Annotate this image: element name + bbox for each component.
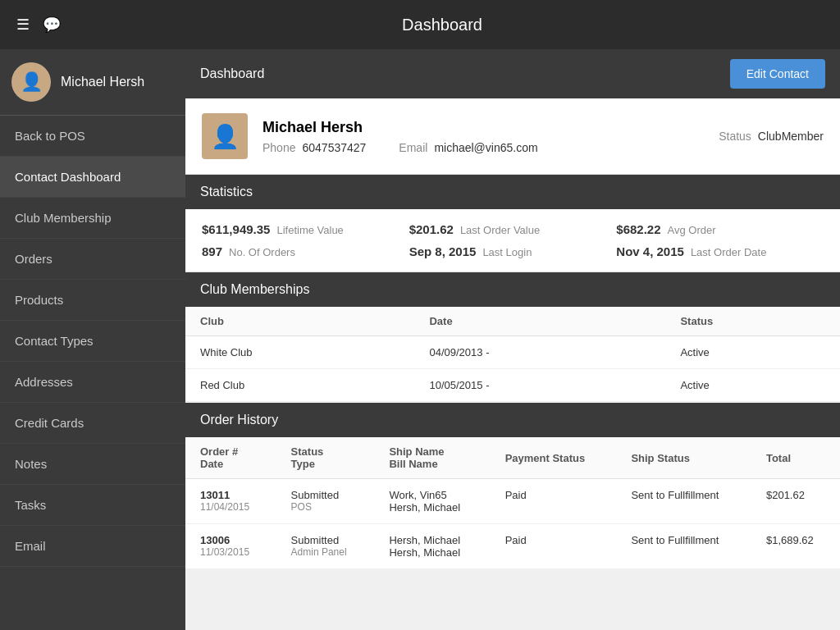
membership-row: White Club 04/09/2013 - Active <box>185 336 840 369</box>
dashboard-header: Dashboard Edit Contact <box>185 49 840 98</box>
membership-club: White Club <box>185 336 414 369</box>
sidebar-item-email[interactable]: Email <box>0 526 185 567</box>
contact-fields: Phone 6047537427 Email michael@vin65.com <box>262 141 719 154</box>
club-memberships-title: Club Memberships <box>200 282 309 297</box>
order-ship-status: Sent to Fullfillment <box>616 524 751 569</box>
club-memberships-table-section: Club Date Status White Club 04/09/2013 -… <box>185 307 840 401</box>
top-bar: ☰ 💬 Dashboard <box>0 0 840 49</box>
stat-last-order-value: $201.62 Last Order Value <box>409 222 617 236</box>
club-memberships-header: Club Memberships <box>185 272 840 307</box>
order-history-table: Order # Date Status Type Ship Name Bill … <box>185 437 840 568</box>
stat-last-order-date: Nov 4, 2015 Last Order Date <box>616 244 824 258</box>
col-payment-status: Payment Status <box>491 437 617 479</box>
status-field: Status ClubMember <box>719 130 824 143</box>
email-label: Email <box>399 141 427 154</box>
sidebar-item-notes[interactable]: Notes <box>0 444 185 485</box>
stat-avg-order: $682.22 Avg Order <box>616 222 824 236</box>
membership-status: Active <box>665 369 840 402</box>
col-status: Status <box>665 307 840 336</box>
contact-email-field: Email michael@vin65.com <box>399 141 537 154</box>
phone-value: 6047537427 <box>302 141 366 154</box>
membership-row: Red Club 10/05/2015 - Active <box>185 369 840 402</box>
edit-contact-button[interactable]: Edit Contact <box>730 59 825 89</box>
order-history-title: Order History <box>200 413 278 427</box>
sidebar-username: Michael Hersh <box>61 75 144 89</box>
order-row: 13011 11/04/2015 Submitted POS Work, Vin… <box>185 479 840 524</box>
email-value: michael@vin65.com <box>434 141 537 154</box>
order-history-header: Order History <box>185 403 840 437</box>
col-order-num: Order # Date <box>185 437 276 479</box>
sidebar-item-orders[interactable]: Orders <box>0 239 185 280</box>
order-total: $1,689.62 <box>751 524 840 569</box>
col-club: Club <box>185 307 414 336</box>
status-label: Status <box>719 130 751 143</box>
order-num-date: 13011 11/04/2015 <box>185 479 276 524</box>
main-layout: 👤 Michael Hersh Back to POS Contact Dash… <box>0 49 840 630</box>
contact-status-section: Status ClubMember <box>719 130 824 143</box>
contact-name: Michael Hersh <box>262 119 719 136</box>
order-num-date: 13006 11/03/2015 <box>185 524 276 569</box>
order-total: $201.62 <box>751 479 840 524</box>
order-names: Work, Vin65 Hersh, Michael <box>374 479 490 524</box>
order-names: Hersh, Michael Hersh, Michael <box>374 524 490 569</box>
order-payment-status: Paid <box>491 524 617 569</box>
col-date: Date <box>414 307 665 336</box>
dashboard-title: Dashboard <box>200 66 264 81</box>
order-status-type: Submitted Admin Panel <box>276 524 375 569</box>
col-total: Total <box>751 437 840 479</box>
sidebar-item-tasks[interactable]: Tasks <box>0 485 185 526</box>
sidebar-nav: Back to POS Contact Dashboard Club Membe… <box>0 116 185 567</box>
sidebar-item-contact-types[interactable]: Contact Types <box>0 321 185 362</box>
chat-icon[interactable]: 💬 <box>43 16 61 34</box>
sidebar-item-contact-dashboard[interactable]: Contact Dashboard <box>0 157 185 198</box>
col-names: Ship Name Bill Name <box>374 437 490 479</box>
order-row: 13006 11/03/2015 Submitted Admin Panel H… <box>185 524 840 569</box>
statistics-title: Statistics <box>200 185 253 199</box>
membership-status: Active <box>665 336 840 369</box>
sidebar-item-back-to-pos[interactable]: Back to POS <box>0 116 185 157</box>
statistics-header: Statistics <box>185 175 840 209</box>
club-memberships-table: Club Date Status White Club 04/09/2013 -… <box>185 307 840 401</box>
order-ship-status: Sent to Fullfillment <box>616 479 751 524</box>
content-area: Dashboard Edit Contact 👤 Michael Hersh P… <box>185 49 840 630</box>
sidebar-item-club-membership[interactable]: Club Membership <box>0 198 185 239</box>
sidebar-item-products[interactable]: Products <box>0 280 185 321</box>
sidebar-user: 👤 Michael Hersh <box>0 49 185 116</box>
stat-last-login: Sep 8, 2015 Last Login <box>409 244 617 258</box>
contact-avatar: 👤 <box>202 113 248 159</box>
stat-lifetime-value: $611,949.35 Lifetime Value <box>202 222 409 236</box>
contact-phone-field: Phone 6047537427 <box>262 141 366 154</box>
order-status-type: Submitted POS <box>276 479 375 524</box>
menu-icon[interactable]: ☰ <box>16 16 30 34</box>
phone-label: Phone <box>262 141 295 154</box>
stats-grid: $611,949.35 Lifetime Value $201.62 Last … <box>202 222 824 258</box>
sidebar-item-credit-cards[interactable]: Credit Cards <box>0 403 185 444</box>
statistics-section: $611,949.35 Lifetime Value $201.62 Last … <box>185 209 840 272</box>
col-status-type: Status Type <box>276 437 375 479</box>
avatar: 👤 <box>11 62 51 102</box>
page-title: Dashboard <box>61 16 824 34</box>
sidebar-item-addresses[interactable]: Addresses <box>0 362 185 403</box>
stat-num-orders: 897 No. Of Orders <box>202 244 409 258</box>
membership-date: 04/09/2013 - <box>414 336 665 369</box>
col-ship-status: Ship Status <box>616 437 751 479</box>
order-history-table-section: Order # Date Status Type Ship Name Bill … <box>185 437 840 568</box>
contact-card: 👤 Michael Hersh Phone 6047537427 Email m… <box>185 98 840 175</box>
contact-info: Michael Hersh Phone 6047537427 Email mic… <box>262 119 719 154</box>
sidebar: 👤 Michael Hersh Back to POS Contact Dash… <box>0 49 185 630</box>
membership-date: 10/05/2015 - <box>414 369 665 402</box>
status-value: ClubMember <box>758 130 824 143</box>
order-payment-status: Paid <box>491 479 617 524</box>
membership-club: Red Club <box>185 369 414 402</box>
